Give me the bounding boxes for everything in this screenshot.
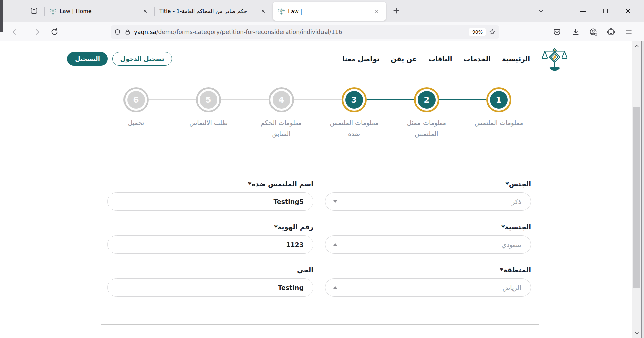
step-number: 4 bbox=[273, 91, 290, 109]
reload-icon[interactable] bbox=[50, 28, 59, 36]
tracking-shield-icon[interactable] bbox=[114, 29, 121, 36]
field-label: الجنس* bbox=[325, 180, 531, 188]
page-zoom-indicator[interactable]: 90% bbox=[469, 28, 486, 36]
wizard-step-6[interactable]: 6 تحميل bbox=[100, 87, 172, 128]
region-select[interactable]: الرياض bbox=[325, 278, 531, 297]
step-number: 1 bbox=[490, 91, 508, 109]
login-button[interactable]: تسجيل الدخول bbox=[112, 52, 172, 66]
window-right-strip bbox=[642, 41, 644, 338]
tab-favicon-scales-icon bbox=[49, 8, 57, 15]
field-respondent-name: اسم الملتمس ضده* Testing5 bbox=[107, 180, 313, 211]
tab-close-icon[interactable] bbox=[258, 7, 268, 16]
section-divider bbox=[101, 324, 539, 325]
wizard-step-5[interactable]: 5 طلب الالتماس bbox=[172, 87, 245, 128]
tab-close-icon[interactable] bbox=[372, 7, 381, 16]
url-host: yaqn.sa bbox=[134, 29, 156, 35]
nationality-select[interactable]: سعودي bbox=[325, 235, 531, 254]
browser-tab-strip: Law | Home حكم صادر من المحاكم العامة-1 … bbox=[0, 0, 644, 22]
scroll-up-icon[interactable] bbox=[632, 42, 642, 50]
step-number: 6 bbox=[127, 91, 145, 109]
input-value: Testing bbox=[278, 284, 304, 291]
field-district: الحي Testing bbox=[107, 266, 313, 297]
wizard-step-4[interactable]: 4 معلومات الحكم السابق bbox=[245, 87, 317, 140]
selected-value: ذكر bbox=[512, 198, 521, 205]
caret-up-icon bbox=[333, 286, 337, 289]
field-nationality: الجنسية* سعودي bbox=[325, 223, 531, 254]
field-id-number: رقم الهوية* 1123 bbox=[107, 223, 313, 254]
field-gender: الجنس* ذكر bbox=[325, 180, 531, 211]
nav-item-about[interactable]: عن يقن bbox=[391, 55, 417, 63]
url-text: yaqn.sa/demo/forms-category/petition-for… bbox=[134, 29, 342, 35]
step-label: معلومات الحكم السابق bbox=[245, 117, 317, 140]
new-tab-button[interactable] bbox=[392, 6, 401, 15]
scroll-down-icon[interactable] bbox=[632, 329, 642, 337]
bookmark-star-icon[interactable] bbox=[489, 28, 496, 36]
account-icon[interactable] bbox=[589, 28, 598, 36]
field-region: المنطقة* الرياض bbox=[325, 266, 531, 297]
step-label: معلومات الملتمس ضده bbox=[318, 117, 390, 140]
caret-up-icon bbox=[333, 243, 337, 246]
window-minimize-button[interactable] bbox=[579, 7, 587, 15]
hamburger-menu-icon[interactable] bbox=[625, 28, 633, 36]
step-label: تحميل bbox=[100, 117, 172, 128]
nav-item-contact[interactable]: تواصل معنا bbox=[342, 55, 379, 63]
field-label: الجنسية* bbox=[325, 223, 531, 231]
step-label: معلومات الملتمس bbox=[462, 117, 535, 128]
tab-favicon-scales-icon bbox=[278, 8, 285, 15]
step-number: 2 bbox=[418, 91, 436, 109]
header-actions: التسجيل تسجيل الدخول bbox=[67, 52, 172, 66]
field-label: المنطقة* bbox=[325, 266, 531, 274]
wizard-step-1[interactable]: 1 معلومات الملتمس bbox=[462, 87, 535, 128]
step-label: معلومات ممثل الملتمس bbox=[390, 117, 463, 140]
lock-icon[interactable] bbox=[124, 29, 131, 35]
nav-item-packages[interactable]: الباقات bbox=[429, 55, 452, 63]
district-input[interactable]: Testing bbox=[107, 278, 313, 297]
id-number-input[interactable]: 1123 bbox=[107, 235, 313, 254]
window-close-button[interactable] bbox=[624, 7, 632, 15]
extensions-puzzle-icon[interactable] bbox=[607, 28, 615, 36]
selected-value: سعودي bbox=[502, 241, 521, 248]
field-label: رقم الهوية* bbox=[107, 223, 313, 231]
selected-value: الرياض bbox=[502, 284, 521, 291]
downloads-icon[interactable] bbox=[572, 28, 580, 36]
step-number: 5 bbox=[200, 91, 217, 109]
input-value: 1123 bbox=[286, 241, 304, 248]
firefox-view-icon[interactable] bbox=[30, 6, 38, 15]
wizard-step-3[interactable]: 3 معلومات الملتمس ضده bbox=[318, 87, 390, 140]
tab-close-icon[interactable] bbox=[140, 7, 150, 16]
page-scrollbar[interactable] bbox=[632, 41, 642, 338]
nav-item-home[interactable]: الرئيسية bbox=[502, 55, 530, 63]
address-bar[interactable]: yaqn.sa/demo/forms-category/petition-for… bbox=[111, 25, 499, 39]
yaqn-logo-scales-icon[interactable] bbox=[538, 45, 572, 73]
register-button[interactable]: التسجيل bbox=[67, 52, 108, 66]
main-nav: الرئيسية الخدمات الباقات عن يقن تواصل مع… bbox=[342, 55, 530, 63]
url-path: /demo/forms-category/petition-for-recons… bbox=[156, 29, 342, 35]
tab-title: Law | bbox=[288, 8, 302, 15]
scrollbar-thumb[interactable] bbox=[633, 107, 640, 288]
pocket-icon[interactable] bbox=[553, 28, 561, 36]
back-icon[interactable] bbox=[11, 28, 20, 36]
gender-select[interactable]: ذكر bbox=[325, 192, 531, 211]
wizard-step-2[interactable]: 2 معلومات ممثل الملتمس bbox=[390, 87, 463, 140]
step-label: طلب الالتماس bbox=[172, 117, 245, 128]
step-number: 3 bbox=[345, 91, 363, 109]
petition-form: الجنس* ذكر اسم الملتمس ضده* Testing5 الج… bbox=[107, 180, 531, 297]
respondent-name-input[interactable]: Testing5 bbox=[107, 192, 313, 211]
window-edge bbox=[0, 0, 3, 32]
list-all-tabs-chevron-icon[interactable] bbox=[537, 7, 545, 15]
tab-title: حكم صادر من المحاكم العامة-1 - Title bbox=[159, 8, 247, 14]
window-maximize-button[interactable] bbox=[601, 7, 610, 15]
field-label: اسم الملتمس ضده* bbox=[107, 180, 313, 188]
nav-item-services[interactable]: الخدمات bbox=[464, 55, 491, 63]
input-value: Testing5 bbox=[273, 198, 304, 205]
caret-down-icon bbox=[333, 200, 337, 203]
tab-law-active[interactable]: Law | bbox=[273, 2, 386, 21]
tab-title: Law | Home bbox=[60, 8, 92, 14]
tab-court-ruling[interactable]: حكم صادر من المحاكم العامة-1 - Title bbox=[155, 0, 273, 22]
forward-icon[interactable] bbox=[32, 28, 40, 36]
field-label: الحي bbox=[107, 266, 313, 274]
tab-law-home[interactable]: Law | Home bbox=[45, 0, 154, 22]
site-header: الرئيسية الخدمات الباقات عن يقن تواصل مع… bbox=[0, 41, 632, 77]
browser-toolbar: yaqn.sa/demo/forms-category/petition-for… bbox=[0, 22, 644, 41]
